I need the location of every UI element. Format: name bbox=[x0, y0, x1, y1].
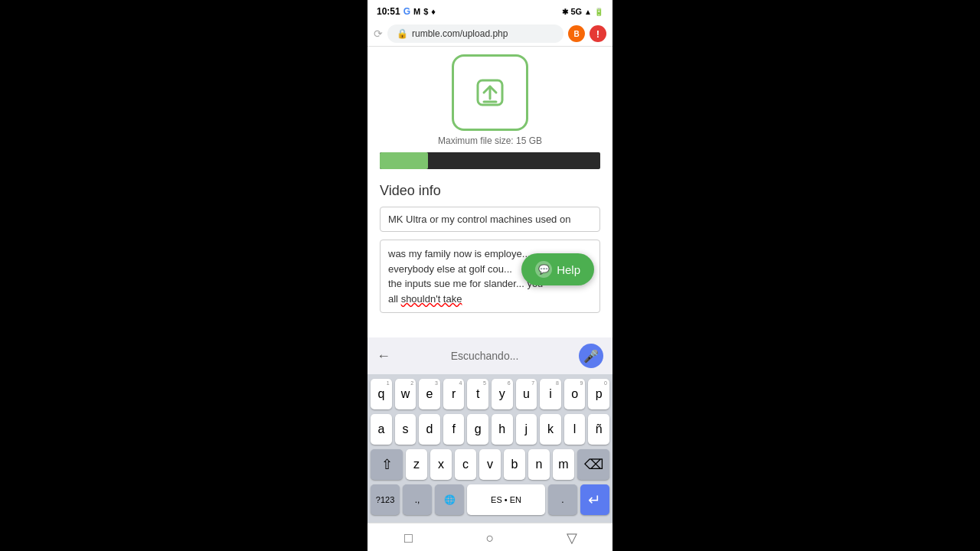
key-u[interactable]: 7u bbox=[516, 379, 537, 409]
key-j[interactable]: j bbox=[516, 414, 537, 445]
key-s[interactable]: s bbox=[395, 414, 416, 445]
description-text: was my family now is employe...everybody… bbox=[388, 248, 543, 305]
key-i[interactable]: 8i bbox=[540, 379, 561, 409]
status-google-icon: G bbox=[403, 6, 410, 17]
status-time: 10:51 bbox=[377, 6, 400, 17]
key-e[interactable]: 3e bbox=[419, 379, 440, 409]
lock-icon: 🔒 bbox=[397, 28, 408, 39]
key-g[interactable]: g bbox=[467, 414, 488, 445]
progress-container bbox=[380, 152, 600, 169]
globe-icon: ⟳ bbox=[374, 28, 383, 40]
key-o[interactable]: 9o bbox=[564, 379, 586, 409]
listening-text: Escuchando... bbox=[451, 350, 519, 362]
status-right-icons: ✱ 5G ▲ 🔋 bbox=[562, 7, 603, 16]
globe-key[interactable]: 🌐 bbox=[435, 484, 464, 515]
page-content: Maximum file size: 15 GB Video info MK U… bbox=[368, 47, 612, 337]
nav-bar: □ ○ ▽ bbox=[368, 523, 612, 551]
key-n-tilde[interactable]: ñ bbox=[588, 414, 609, 445]
key-n[interactable]: n bbox=[528, 449, 550, 480]
status-bar: 10:51 G M $ ♦ ✱ 5G ▲ 🔋 bbox=[368, 0, 612, 21]
key-d[interactable]: d bbox=[419, 414, 440, 445]
enter-key[interactable]: ↵ bbox=[580, 484, 609, 515]
nav-square-icon[interactable]: □ bbox=[400, 530, 416, 546]
url-bar[interactable]: 🔒 rumble.com/upload.php bbox=[387, 24, 564, 43]
num-hint-4: 4 bbox=[459, 380, 462, 386]
phone-screen: 10:51 G M $ ♦ ✱ 5G ▲ 🔋 ⟳ 🔒 rumble.com/up… bbox=[368, 0, 612, 551]
key-y[interactable]: 6y bbox=[492, 379, 513, 409]
warning-icon[interactable]: ! bbox=[590, 25, 606, 42]
status-battery-icon: 🔋 bbox=[594, 8, 603, 16]
comma-period-key[interactable]: ., bbox=[403, 484, 432, 515]
key-l[interactable]: l bbox=[564, 414, 586, 445]
key-p[interactable]: 0p bbox=[588, 379, 609, 409]
voice-mic-icon[interactable]: 🎤 bbox=[579, 344, 603, 368]
key-h[interactable]: h bbox=[492, 414, 513, 445]
num-hint-6: 6 bbox=[508, 380, 511, 386]
upload-arrow-icon bbox=[473, 76, 507, 109]
space-key[interactable]: ES • EN bbox=[467, 484, 545, 515]
status-left: 10:51 G M $ ♦ bbox=[377, 6, 436, 17]
key-m[interactable]: m bbox=[553, 449, 574, 480]
nav-back-icon[interactable]: ▽ bbox=[564, 530, 580, 546]
shift-key[interactable]: ⇧ bbox=[371, 449, 403, 480]
progress-bar bbox=[380, 152, 428, 169]
description-wrapper: was my family now is employe...everybody… bbox=[380, 240, 600, 313]
status-5g-icon: 5G bbox=[570, 7, 582, 16]
key-z[interactable]: z bbox=[406, 449, 427, 480]
upload-area: Maximum file size: 15 GB bbox=[368, 47, 612, 174]
help-button[interactable]: 💬 Help bbox=[521, 253, 594, 285]
status-bluetooth-icon: ✱ bbox=[562, 8, 568, 16]
key-b[interactable]: b bbox=[504, 449, 525, 480]
num-hint-5: 5 bbox=[483, 380, 486, 386]
browser-bar: ⟳ 🔒 rumble.com/upload.php B ! bbox=[368, 21, 612, 47]
key-q[interactable]: 1q bbox=[371, 379, 392, 409]
keyboard-row-4: ?123 ., 🌐 ES • EN . ↵ bbox=[371, 484, 609, 515]
video-info-section: Video info MK Ultra or my control machin… bbox=[368, 174, 612, 325]
upload-icon-box[interactable] bbox=[452, 54, 528, 131]
key-w[interactable]: 2w bbox=[395, 379, 416, 409]
autocorrect-word: shouldn't take bbox=[401, 293, 462, 305]
key-f[interactable]: f bbox=[443, 414, 465, 445]
brave-icon[interactable]: B bbox=[568, 25, 585, 42]
num-hint-7: 7 bbox=[531, 380, 534, 386]
keyboard-row-3: ⇧ z x c v b n m ⌫ bbox=[371, 449, 609, 480]
help-chat-icon: 💬 bbox=[535, 261, 552, 278]
keyboard-row-2: a s d f g h j k l ñ bbox=[371, 414, 609, 445]
video-title-input[interactable]: MK Ultra or my control machines used on bbox=[380, 207, 600, 232]
backspace-key[interactable]: ⌫ bbox=[577, 449, 609, 480]
brave-label: B bbox=[573, 30, 579, 38]
key-x[interactable]: x bbox=[430, 449, 452, 480]
key-k[interactable]: k bbox=[540, 414, 561, 445]
back-arrow-icon[interactable]: ← bbox=[377, 348, 390, 364]
period-key[interactable]: . bbox=[548, 484, 577, 515]
num-hint-2: 2 bbox=[410, 380, 413, 386]
num-hint-0: 0 bbox=[604, 380, 607, 386]
keyboard-row-1: 1q 2w 3e 4r 5t 6y 7u 8i 9o 0p bbox=[371, 379, 609, 409]
url-text: rumble.com/upload.php bbox=[412, 28, 508, 39]
num-hint-8: 8 bbox=[556, 380, 559, 386]
video-info-title: Video info bbox=[380, 183, 600, 199]
voice-bar: ← Escuchando... 🎤 bbox=[368, 337, 612, 374]
status-gmail-icon: M bbox=[413, 7, 420, 16]
key-r[interactable]: 4r bbox=[443, 379, 465, 409]
help-label: Help bbox=[557, 263, 580, 276]
num-hint-9: 9 bbox=[580, 380, 583, 386]
status-dollar-icon: $ bbox=[423, 7, 428, 16]
warning-label: ! bbox=[596, 28, 599, 40]
key-t[interactable]: 5t bbox=[467, 379, 488, 409]
status-location-icon: ♦ bbox=[431, 7, 436, 16]
status-signal-icon: ▲ bbox=[584, 8, 592, 16]
num-hint-3: 3 bbox=[435, 380, 438, 386]
key-c[interactable]: c bbox=[455, 449, 476, 480]
key-v[interactable]: v bbox=[479, 449, 501, 480]
keyboard: 1q 2w 3e 4r 5t 6y 7u 8i 9o 0p a s d f g … bbox=[368, 374, 612, 523]
key-a[interactable]: a bbox=[371, 414, 392, 445]
max-file-text: Maximum file size: 15 GB bbox=[438, 135, 542, 146]
nav-home-icon[interactable]: ○ bbox=[482, 530, 498, 546]
num-hint-1: 1 bbox=[387, 380, 390, 386]
numbers-key[interactable]: ?123 bbox=[371, 484, 400, 515]
